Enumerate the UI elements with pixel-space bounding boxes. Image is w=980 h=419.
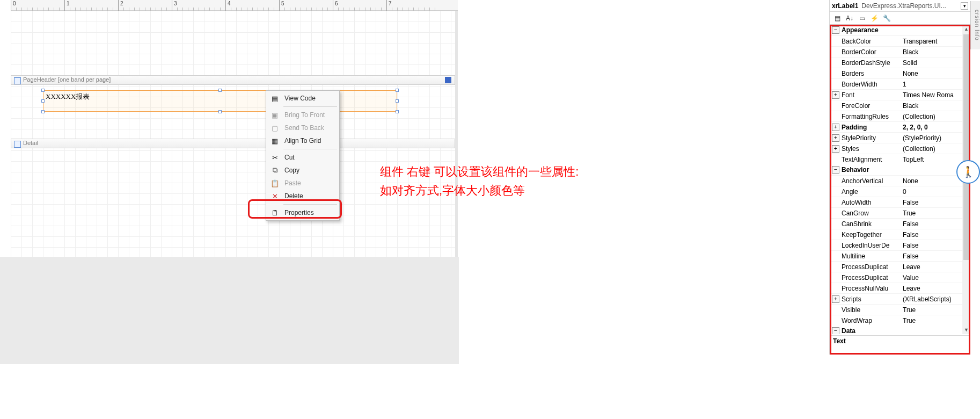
property-grid-scroll[interactable]: − Appearance BackColorTransparent Border…	[830, 25, 970, 334]
property-description: Text	[830, 335, 970, 355]
category-data[interactable]: − Data	[830, 326, 970, 334]
expand-icon[interactable]: +	[832, 124, 839, 131]
menu-send-back[interactable]: ▢ Send To Back	[267, 121, 338, 134]
resize-handle[interactable]	[41, 89, 45, 92]
prop-forecolor[interactable]: ForeColorBlack	[830, 100, 970, 111]
prop-font[interactable]: +FontTimes New Roma	[830, 89, 970, 100]
prop-textalignment[interactable]: TextAlignmentTopLeft	[830, 154, 970, 164]
menu-copy[interactable]: ⧉ Copy	[267, 164, 338, 177]
prop-borderdashstyle[interactable]: BorderDashStyleSolid	[830, 57, 970, 68]
side-tab-version-info[interactable]: ersion Info	[970, 1, 980, 49]
collapse-icon[interactable]: −	[832, 327, 839, 334]
property-grid[interactable]: − Appearance BackColorTransparent Border…	[830, 25, 970, 334]
property-toolbar: ▤ A↓ ▭ ⚡ 🔧	[830, 12, 970, 25]
xrlabel-text: XXXXXX报表	[46, 92, 90, 100]
prop-multiline[interactable]: MultilineFalse	[830, 250, 970, 261]
designer-margin-area	[0, 257, 459, 364]
band-detail[interactable]: Detail	[11, 139, 455, 148]
property-object-name: xrLabel1	[832, 2, 858, 10]
property-panel: xrLabel1 DevExpress.XtraReports.UI... ▾ …	[829, 0, 970, 355]
copy-icon: ⧉	[269, 165, 280, 176]
prop-wordwrap[interactable]: WordWrapTrue	[830, 315, 970, 326]
prop-stylepriority[interactable]: +StylePriority(StylePriority)	[830, 132, 970, 143]
prop-processnullvalues[interactable]: ProcessNullValuLeave	[830, 283, 970, 293]
prop-processduplicates2[interactable]: ProcessDuplicatValue	[830, 272, 970, 283]
prop-borderwidth[interactable]: BorderWidth1	[830, 78, 970, 89]
expand-icon[interactable]: +	[832, 91, 839, 99]
lightning-icon[interactable]: ⚡	[869, 13, 880, 24]
menu-paste[interactable]: 📋 Paste	[267, 177, 338, 190]
xrlabel-selected[interactable]: XXXXXX报表	[43, 90, 397, 112]
prop-styles[interactable]: +Styles(Collection)	[830, 143, 970, 154]
prop-borders[interactable]: BordersNone	[830, 68, 970, 78]
property-object-type: DevExpress.XtraReports.UI...	[861, 2, 961, 10]
menu-cut[interactable]: ✂ Cut	[267, 151, 338, 164]
prop-lockedinuserdesigner[interactable]: LockedInUserDeFalse	[830, 240, 970, 250]
resize-handle[interactable]	[218, 89, 222, 92]
designer-surface: 01234567 PageHeader [one band per page] …	[0, 0, 459, 258]
sendback-icon: ▢	[269, 122, 280, 133]
report-page[interactable]: PageHeader [one band per page] XXXXXX报表 …	[11, 11, 458, 257]
band-header-label: Detail	[23, 140, 38, 146]
menu-align-grid[interactable]: ▦ Align To Grid	[267, 134, 338, 147]
band-page-header-body[interactable]: XXXXXX报表	[11, 85, 455, 139]
band-page-header[interactable]: PageHeader [one band per page]	[11, 75, 455, 85]
category-appearance[interactable]: − Appearance	[830, 25, 970, 35]
prop-formattingrules[interactable]: FormattingRules(Collection)	[830, 111, 970, 121]
horizontal-ruler: 01234567	[11, 0, 458, 11]
prop-angle[interactable]: Angle0	[830, 186, 970, 197]
resize-handle[interactable]	[218, 110, 222, 113]
avatar[interactable]: 🚶	[956, 160, 980, 184]
scroll-down-icon[interactable]: ▼	[962, 326, 970, 334]
annotation-highlight-box	[248, 199, 342, 219]
viewcode-icon: ▤	[269, 93, 280, 104]
prop-keeptogether[interactable]: KeepTogetherFalse	[830, 229, 970, 240]
resize-handle[interactable]	[41, 110, 45, 113]
cut-icon: ✂	[269, 152, 280, 163]
aligngrid-icon: ▦	[269, 135, 280, 146]
paste-icon: 📋	[269, 178, 280, 189]
property-description-label: Text	[833, 337, 967, 345]
scroll-up-icon[interactable]: ▲	[962, 25, 970, 33]
pages-icon[interactable]: ▭	[857, 13, 867, 24]
categorized-icon[interactable]: ▤	[832, 13, 843, 24]
expand-icon[interactable]: +	[832, 295, 839, 303]
expand-icon[interactable]: +	[832, 145, 839, 153]
prop-scripts[interactable]: +Scripts(XRLabelScripts)	[830, 293, 970, 304]
menu-bring-front[interactable]: ▣ Bring To Front	[267, 109, 338, 121]
resize-handle[interactable]	[396, 99, 399, 103]
prop-canshrink[interactable]: CanShrinkFalse	[830, 218, 970, 229]
chevron-down-icon[interactable]: ▾	[961, 2, 968, 10]
prop-backcolor[interactable]: BackColorTransparent	[830, 35, 970, 46]
scroll-thumb[interactable]	[963, 34, 969, 260]
wrench-icon[interactable]: 🔧	[881, 13, 892, 24]
collapse-icon[interactable]: −	[832, 26, 839, 34]
resize-handle[interactable]	[396, 110, 399, 113]
prop-visible[interactable]: VisibleTrue	[830, 304, 970, 315]
prop-padding[interactable]: +Padding2, 2, 0, 0	[830, 121, 970, 132]
annotation-text: 组件 右键 可以设置该组件的一些属性: 如对齐方式,字体大小颜色等	[380, 162, 638, 200]
bringfront-icon: ▣	[269, 110, 280, 120]
expand-icon[interactable]: +	[832, 134, 839, 142]
resize-handle[interactable]	[396, 89, 399, 92]
prop-processduplicates1[interactable]: ProcessDuplicatLeave	[830, 261, 970, 272]
band-header-label: PageHeader [one band per page]	[23, 76, 111, 83]
alphabetical-icon[interactable]: A↓	[844, 13, 855, 24]
resize-handle[interactable]	[41, 99, 45, 103]
prop-anchorvertical[interactable]: AnchorVerticalNone	[830, 175, 970, 186]
prop-cangrow[interactable]: CanGrowTrue	[830, 207, 970, 218]
prop-autowidth[interactable]: AutoWidthFalse	[830, 197, 970, 207]
band-smarttag-icon[interactable]	[445, 77, 451, 83]
property-header[interactable]: xrLabel1 DevExpress.XtraReports.UI... ▾	[830, 0, 970, 12]
prop-bordercolor[interactable]: BorderColorBlack	[830, 46, 970, 57]
menu-view-code[interactable]: ▤ View Code	[267, 92, 338, 105]
collapse-icon[interactable]: −	[832, 166, 839, 174]
category-behavior[interactable]: − Behavior	[830, 164, 970, 175]
